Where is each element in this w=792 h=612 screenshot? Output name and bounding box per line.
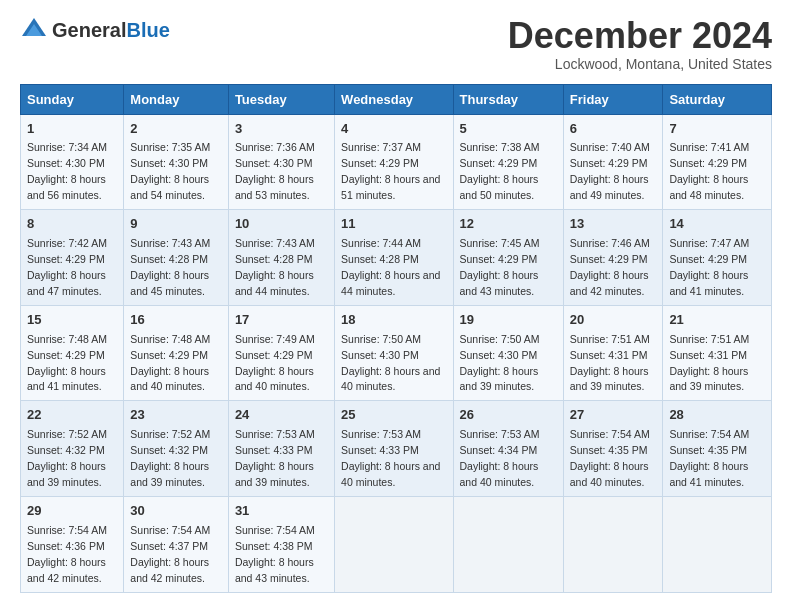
day-number: 24 bbox=[235, 406, 328, 425]
day-number: 1 bbox=[27, 120, 117, 139]
day-number: 27 bbox=[570, 406, 657, 425]
day-number: 17 bbox=[235, 311, 328, 330]
day-cell: 30 Sunrise: 7:54 AMSunset: 4:37 PMDaylig… bbox=[124, 496, 229, 592]
day-info: Sunrise: 7:49 AMSunset: 4:29 PMDaylight:… bbox=[235, 333, 315, 393]
header-monday: Monday bbox=[124, 84, 229, 114]
day-cell: 29 Sunrise: 7:54 AMSunset: 4:36 PMDaylig… bbox=[21, 496, 124, 592]
day-cell: 18 Sunrise: 7:50 AMSunset: 4:30 PMDaylig… bbox=[335, 305, 453, 401]
day-cell: 22 Sunrise: 7:52 AMSunset: 4:32 PMDaylig… bbox=[21, 401, 124, 497]
day-number: 30 bbox=[130, 502, 222, 521]
day-cell: 2 Sunrise: 7:35 AMSunset: 4:30 PMDayligh… bbox=[124, 114, 229, 210]
day-info: Sunrise: 7:48 AMSunset: 4:29 PMDaylight:… bbox=[130, 333, 210, 393]
day-cell: 1 Sunrise: 7:34 AMSunset: 4:30 PMDayligh… bbox=[21, 114, 124, 210]
day-info: Sunrise: 7:38 AMSunset: 4:29 PMDaylight:… bbox=[460, 141, 540, 201]
day-number: 21 bbox=[669, 311, 765, 330]
day-info: Sunrise: 7:54 AMSunset: 4:35 PMDaylight:… bbox=[669, 428, 749, 488]
day-cell: 12 Sunrise: 7:45 AMSunset: 4:29 PMDaylig… bbox=[453, 210, 563, 306]
day-number: 19 bbox=[460, 311, 557, 330]
day-info: Sunrise: 7:50 AMSunset: 4:30 PMDaylight:… bbox=[341, 333, 440, 393]
day-cell: 10 Sunrise: 7:43 AMSunset: 4:28 PMDaylig… bbox=[228, 210, 334, 306]
day-number: 2 bbox=[130, 120, 222, 139]
day-cell: 17 Sunrise: 7:49 AMSunset: 4:29 PMDaylig… bbox=[228, 305, 334, 401]
day-cell: 21 Sunrise: 7:51 AMSunset: 4:31 PMDaylig… bbox=[663, 305, 772, 401]
calendar-table: Sunday Monday Tuesday Wednesday Thursday… bbox=[20, 84, 772, 593]
calendar-subtitle: Lockwood, Montana, United States bbox=[508, 56, 772, 72]
day-info: Sunrise: 7:54 AMSunset: 4:36 PMDaylight:… bbox=[27, 524, 107, 584]
header-thursday: Thursday bbox=[453, 84, 563, 114]
week-row-4: 22 Sunrise: 7:52 AMSunset: 4:32 PMDaylig… bbox=[21, 401, 772, 497]
day-number: 7 bbox=[669, 120, 765, 139]
day-info: Sunrise: 7:53 AMSunset: 4:33 PMDaylight:… bbox=[341, 428, 440, 488]
day-info: Sunrise: 7:52 AMSunset: 4:32 PMDaylight:… bbox=[130, 428, 210, 488]
day-cell: 16 Sunrise: 7:48 AMSunset: 4:29 PMDaylig… bbox=[124, 305, 229, 401]
day-cell: 23 Sunrise: 7:52 AMSunset: 4:32 PMDaylig… bbox=[124, 401, 229, 497]
day-info: Sunrise: 7:54 AMSunset: 4:38 PMDaylight:… bbox=[235, 524, 315, 584]
day-cell: 4 Sunrise: 7:37 AMSunset: 4:29 PMDayligh… bbox=[335, 114, 453, 210]
day-cell: 14 Sunrise: 7:47 AMSunset: 4:29 PMDaylig… bbox=[663, 210, 772, 306]
day-cell: 6 Sunrise: 7:40 AMSunset: 4:29 PMDayligh… bbox=[563, 114, 663, 210]
title-area: December 2024 Lockwood, Montana, United … bbox=[508, 16, 772, 72]
week-row-3: 15 Sunrise: 7:48 AMSunset: 4:29 PMDaylig… bbox=[21, 305, 772, 401]
day-info: Sunrise: 7:53 AMSunset: 4:33 PMDaylight:… bbox=[235, 428, 315, 488]
day-number: 11 bbox=[341, 215, 446, 234]
day-info: Sunrise: 7:46 AMSunset: 4:29 PMDaylight:… bbox=[570, 237, 650, 297]
week-row-2: 8 Sunrise: 7:42 AMSunset: 4:29 PMDayligh… bbox=[21, 210, 772, 306]
header-friday: Friday bbox=[563, 84, 663, 114]
day-info: Sunrise: 7:34 AMSunset: 4:30 PMDaylight:… bbox=[27, 141, 107, 201]
day-cell: 31 Sunrise: 7:54 AMSunset: 4:38 PMDaylig… bbox=[228, 496, 334, 592]
day-cell: 5 Sunrise: 7:38 AMSunset: 4:29 PMDayligh… bbox=[453, 114, 563, 210]
logo-text-general: General bbox=[52, 19, 126, 41]
header-wednesday: Wednesday bbox=[335, 84, 453, 114]
day-cell: 24 Sunrise: 7:53 AMSunset: 4:33 PMDaylig… bbox=[228, 401, 334, 497]
day-info: Sunrise: 7:53 AMSunset: 4:34 PMDaylight:… bbox=[460, 428, 540, 488]
day-number: 22 bbox=[27, 406, 117, 425]
day-number: 31 bbox=[235, 502, 328, 521]
day-number: 20 bbox=[570, 311, 657, 330]
day-cell: 15 Sunrise: 7:48 AMSunset: 4:29 PMDaylig… bbox=[21, 305, 124, 401]
day-number: 15 bbox=[27, 311, 117, 330]
day-number: 29 bbox=[27, 502, 117, 521]
day-info: Sunrise: 7:36 AMSunset: 4:30 PMDaylight:… bbox=[235, 141, 315, 201]
day-cell: 7 Sunrise: 7:41 AMSunset: 4:29 PMDayligh… bbox=[663, 114, 772, 210]
day-number: 8 bbox=[27, 215, 117, 234]
day-cell: 11 Sunrise: 7:44 AMSunset: 4:28 PMDaylig… bbox=[335, 210, 453, 306]
day-cell: 27 Sunrise: 7:54 AMSunset: 4:35 PMDaylig… bbox=[563, 401, 663, 497]
day-number: 23 bbox=[130, 406, 222, 425]
day-info: Sunrise: 7:47 AMSunset: 4:29 PMDaylight:… bbox=[669, 237, 749, 297]
day-cell bbox=[663, 496, 772, 592]
day-number: 16 bbox=[130, 311, 222, 330]
day-cell bbox=[335, 496, 453, 592]
day-cell: 8 Sunrise: 7:42 AMSunset: 4:29 PMDayligh… bbox=[21, 210, 124, 306]
logo: GeneralBlue bbox=[20, 16, 170, 44]
day-number: 13 bbox=[570, 215, 657, 234]
day-number: 9 bbox=[130, 215, 222, 234]
day-info: Sunrise: 7:40 AMSunset: 4:29 PMDaylight:… bbox=[570, 141, 650, 201]
page-header: GeneralBlue December 2024 Lockwood, Mont… bbox=[20, 16, 772, 72]
header-tuesday: Tuesday bbox=[228, 84, 334, 114]
day-number: 26 bbox=[460, 406, 557, 425]
day-number: 18 bbox=[341, 311, 446, 330]
day-cell: 20 Sunrise: 7:51 AMSunset: 4:31 PMDaylig… bbox=[563, 305, 663, 401]
day-info: Sunrise: 7:35 AMSunset: 4:30 PMDaylight:… bbox=[130, 141, 210, 201]
day-info: Sunrise: 7:51 AMSunset: 4:31 PMDaylight:… bbox=[669, 333, 749, 393]
logo-text-blue: Blue bbox=[126, 19, 169, 41]
day-number: 10 bbox=[235, 215, 328, 234]
day-cell: 28 Sunrise: 7:54 AMSunset: 4:35 PMDaylig… bbox=[663, 401, 772, 497]
day-info: Sunrise: 7:54 AMSunset: 4:37 PMDaylight:… bbox=[130, 524, 210, 584]
day-cell: 9 Sunrise: 7:43 AMSunset: 4:28 PMDayligh… bbox=[124, 210, 229, 306]
day-cell bbox=[453, 496, 563, 592]
day-number: 25 bbox=[341, 406, 446, 425]
day-info: Sunrise: 7:42 AMSunset: 4:29 PMDaylight:… bbox=[27, 237, 107, 297]
day-cell: 25 Sunrise: 7:53 AMSunset: 4:33 PMDaylig… bbox=[335, 401, 453, 497]
logo-icon bbox=[20, 16, 48, 44]
day-info: Sunrise: 7:50 AMSunset: 4:30 PMDaylight:… bbox=[460, 333, 540, 393]
day-info: Sunrise: 7:45 AMSunset: 4:29 PMDaylight:… bbox=[460, 237, 540, 297]
day-cell: 19 Sunrise: 7:50 AMSunset: 4:30 PMDaylig… bbox=[453, 305, 563, 401]
week-row-5: 29 Sunrise: 7:54 AMSunset: 4:36 PMDaylig… bbox=[21, 496, 772, 592]
calendar-title: December 2024 bbox=[508, 16, 772, 56]
day-number: 28 bbox=[669, 406, 765, 425]
day-number: 3 bbox=[235, 120, 328, 139]
day-info: Sunrise: 7:41 AMSunset: 4:29 PMDaylight:… bbox=[669, 141, 749, 201]
day-number: 5 bbox=[460, 120, 557, 139]
week-row-1: 1 Sunrise: 7:34 AMSunset: 4:30 PMDayligh… bbox=[21, 114, 772, 210]
